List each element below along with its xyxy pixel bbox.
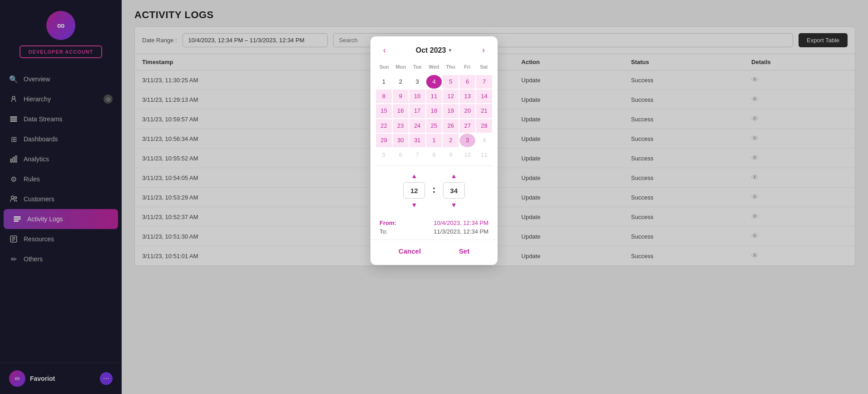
calendar-cell[interactable]: 2 [393, 75, 409, 89]
calendar-cell[interactable]: 8 [426, 148, 442, 162]
calendar-time: ▲ ▼ : ▲ ▼ [370, 166, 498, 215]
calendar-footer-info: From: 10/4/2023, 12:34 PM To: 11/3/2023,… [370, 215, 498, 239]
calendar-cell[interactable]: 18 [426, 104, 442, 118]
calendar-cell[interactable]: 7 [409, 148, 425, 162]
calendar-cell[interactable]: 5 [443, 75, 459, 89]
cal-day-label: Sat [475, 62, 492, 71]
calendar-cell[interactable]: 22 [376, 119, 392, 133]
cal-day-label: Wed [426, 62, 443, 71]
calendar-prev-button[interactable]: ‹ [380, 44, 390, 57]
minutes-spinner: ▲ ▼ [443, 171, 465, 209]
calendar-cell[interactable]: 12 [443, 90, 459, 103]
calendar-cell[interactable]: 6 [393, 148, 409, 162]
from-label: From: [380, 219, 396, 226]
calendar-cell[interactable]: 31 [409, 134, 425, 147]
hours-spinner: ▲ ▼ [403, 171, 425, 209]
calendar-cell[interactable]: 19 [443, 104, 459, 118]
calendar-cell[interactable]: 10 [459, 148, 475, 162]
calendar-actions: Cancel Set [370, 239, 498, 265]
calendar-cell[interactable]: 6 [459, 75, 475, 89]
calendar-cell[interactable]: 4 [426, 75, 442, 89]
calendar-cell[interactable]: 29 [376, 134, 392, 147]
cal-day-label: Sun [376, 62, 393, 71]
calendar-cell[interactable]: 26 [443, 119, 459, 133]
cal-day-label: Fri [459, 62, 476, 71]
calendar-cell[interactable]: 3 [459, 134, 475, 147]
calendar-cell[interactable]: 20 [459, 104, 475, 118]
calendar-cell[interactable]: 7 [476, 75, 492, 89]
calendar-cell[interactable]: 5 [376, 148, 392, 162]
calendar-cell[interactable]: 30 [393, 134, 409, 147]
calendar-cell[interactable]: 27 [459, 119, 475, 133]
minutes-down-button[interactable]: ▼ [450, 200, 458, 209]
calendar-overlay: ‹ Oct 2023 ▼ › SunMonTueWedThuFriSat 123… [0, 0, 868, 394]
calendar-cell[interactable]: 1 [426, 134, 442, 147]
calendar-cell[interactable]: 4 [476, 134, 492, 147]
calendar-cell[interactable]: 24 [409, 119, 425, 133]
calendar-cell[interactable]: 15 [376, 104, 392, 118]
cal-day-label: Thu [442, 62, 459, 71]
calendar-cell[interactable]: 9 [443, 148, 459, 162]
cal-day-label: Tue [409, 62, 426, 71]
minutes-up-button[interactable]: ▲ [450, 171, 458, 180]
hours-down-button[interactable]: ▼ [410, 200, 418, 209]
minutes-input[interactable] [443, 182, 465, 199]
calendar-cell[interactable]: 23 [393, 119, 409, 133]
calendar-cell[interactable]: 1 [376, 75, 392, 89]
calendar-days-header: SunMonTueWedThuFriSat [370, 60, 498, 73]
to-row: To: 11/3/2023, 12:34 PM [380, 228, 488, 235]
hours-input[interactable] [403, 182, 425, 199]
calendar-month-title: Oct 2023 ▼ [416, 46, 453, 55]
calendar-grid: 1234567891011121314151617181920212223242… [370, 73, 498, 165]
calendar-cell[interactable]: 8 [376, 90, 392, 103]
calendar-cancel-button[interactable]: Cancel [388, 244, 432, 258]
calendar-cell[interactable]: 28 [476, 119, 492, 133]
calendar-header: ‹ Oct 2023 ▼ › [370, 36, 498, 60]
time-colon: : [432, 184, 435, 195]
calendar-cell[interactable]: 25 [426, 119, 442, 133]
calendar-set-button[interactable]: Set [448, 244, 480, 258]
calendar-cell[interactable]: 21 [476, 104, 492, 118]
calendar-cell[interactable]: 2 [443, 134, 459, 147]
from-value: 10/4/2023, 12:34 PM [434, 219, 488, 226]
calendar-next-button[interactable]: › [478, 44, 488, 57]
cal-day-label: Mon [393, 62, 409, 71]
calendar-cell[interactable]: 11 [426, 90, 442, 103]
calendar-cell[interactable]: 13 [459, 90, 475, 103]
calendar-popup: ‹ Oct 2023 ▼ › SunMonTueWedThuFriSat 123… [370, 36, 498, 265]
calendar-dropdown-icon: ▼ [448, 48, 452, 53]
calendar-cell[interactable]: 10 [409, 90, 425, 103]
calendar-cell[interactable]: 11 [476, 148, 492, 162]
calendar-cell[interactable]: 3 [409, 75, 425, 89]
to-value: 11/3/2023, 12:34 PM [434, 228, 488, 235]
hours-up-button[interactable]: ▲ [410, 171, 418, 180]
calendar-cell[interactable]: 16 [393, 104, 409, 118]
to-label: To: [380, 228, 387, 235]
calendar-cell[interactable]: 14 [476, 90, 492, 103]
from-row: From: 10/4/2023, 12:34 PM [380, 219, 488, 226]
calendar-cell[interactable]: 9 [393, 90, 409, 103]
calendar-cell[interactable]: 17 [409, 104, 425, 118]
